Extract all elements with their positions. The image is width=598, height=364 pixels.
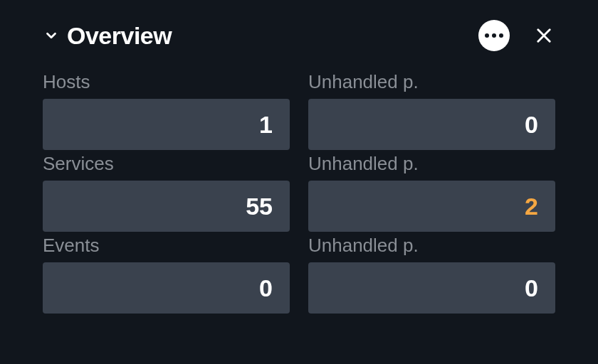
panel-title: Overview bbox=[67, 22, 172, 50]
panel-header: Overview bbox=[43, 20, 555, 51]
metric-value[interactable]: 55 bbox=[43, 181, 290, 232]
metric-label: Unhandled p. bbox=[308, 235, 555, 257]
metric-label: Hosts bbox=[43, 71, 290, 93]
metric-label: Services bbox=[43, 153, 290, 175]
metric-label: Events bbox=[43, 235, 290, 257]
metric-label: Unhandled p. bbox=[308, 71, 555, 93]
metric-value[interactable]: 0 bbox=[43, 262, 290, 314]
metrics-grid: Hosts 1 Unhandled p. 0 Services 55 Unhan… bbox=[43, 71, 555, 316]
metric-hosts: Hosts 1 bbox=[43, 71, 290, 150]
metric-value[interactable]: 0 bbox=[308, 262, 555, 314]
metric-services: Services 55 bbox=[43, 153, 290, 232]
ellipsis-icon bbox=[499, 33, 503, 38]
ellipsis-icon bbox=[485, 33, 489, 38]
metric-label: Unhandled p. bbox=[308, 153, 555, 175]
close-icon bbox=[534, 26, 554, 46]
ellipsis-icon bbox=[492, 33, 496, 38]
metric-events-unhandled: Unhandled p. 0 bbox=[308, 235, 555, 314]
metric-hosts-unhandled: Unhandled p. 0 bbox=[308, 71, 555, 150]
more-options-button[interactable] bbox=[478, 20, 510, 51]
metric-value[interactable]: 2 bbox=[308, 181, 555, 232]
close-button[interactable] bbox=[533, 24, 555, 47]
metric-events: Events 0 bbox=[43, 235, 290, 314]
header-left: Overview bbox=[43, 22, 172, 50]
chevron-down-icon[interactable] bbox=[43, 27, 60, 44]
metric-value[interactable]: 1 bbox=[43, 99, 290, 150]
metric-value[interactable]: 0 bbox=[308, 99, 555, 150]
header-right bbox=[478, 20, 555, 51]
metric-services-unhandled: Unhandled p. 2 bbox=[308, 153, 555, 232]
